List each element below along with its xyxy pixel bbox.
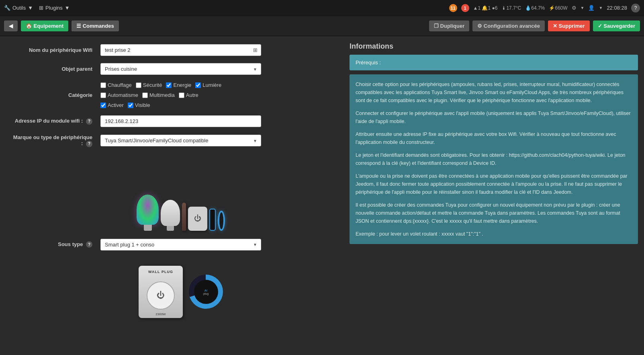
energy-value: plug (203, 292, 209, 295)
status-text: ▲1 🔔1 ●6 🌡17.7°C 💧64.7% ⚡660W (473, 5, 568, 11)
white-bulb-base-icon (167, 226, 174, 231)
checkbox-visible-input[interactable] (128, 103, 133, 108)
humidifier-icon (182, 203, 186, 231)
energie-label: Energie (173, 82, 191, 88)
help-button[interactable]: ? (631, 4, 640, 12)
adresse-ip-label: Adresse IP du module wifi : ? (12, 118, 100, 125)
user-icon[interactable]: 👤 (588, 5, 595, 11)
wall-plug-socket-icon (147, 281, 175, 310)
notification-badge-orange[interactable]: 11 (449, 4, 457, 12)
checkbox-energie-input[interactable] (166, 82, 172, 88)
nom-icon: ⊞ (250, 47, 261, 53)
info-paragraph-6: Il est possible de créer des commandes T… (356, 201, 632, 225)
checkbox-visible[interactable]: Visible (128, 102, 150, 108)
info-paragraph-4: Le jeton et l'identifiant demandés sont … (356, 151, 632, 167)
checkbox-multimedia-input[interactable] (142, 92, 148, 98)
notification-badge-red[interactable]: 1 (461, 4, 469, 12)
adresse-ip-label-text: Adresse IP du module wifi : (15, 118, 83, 124)
gear-icon[interactable]: ⚙ (572, 5, 577, 11)
time-display: 22:08:28 (607, 5, 627, 11)
wrench-icon: 🔧 (4, 5, 10, 11)
tools-menu[interactable]: 🔧 Outils ▼ (4, 5, 33, 11)
checkbox-autre-input[interactable] (179, 92, 184, 98)
categorie-row: Catégorie Chauffage Sécurité Energie (12, 82, 331, 108)
sauvegarder-button[interactable]: ✓ Sauvegarder (593, 21, 640, 31)
marque-select[interactable]: Tuya Smart/Jinvoo/eFamilyCloud compatibl… (100, 135, 261, 146)
marque-label-text: Marque ou type de périphérique : (13, 134, 92, 146)
objet-parent-label: Objet parent (12, 66, 100, 72)
toolbar-actions: ❐ Dupliquer ⚙ Configuration avancée ✕ Su… (429, 21, 640, 31)
nom-label: Nom du périphérique Wifi (12, 47, 100, 53)
marque-row: Marque ou type de périphérique : ? Tuya … (12, 134, 331, 147)
checkbox-automatisme-input[interactable] (100, 92, 106, 98)
objet-parent-row: Objet parent Prises cuisine (12, 63, 331, 75)
categorie-label: Catégorie (12, 92, 100, 98)
status-icons: ▲1 🔔1 ●6 🌡17.7°C 💧64.7% ⚡660W (473, 5, 568, 11)
marque-label: Marque ou type de périphérique : ? (12, 134, 100, 147)
plugins-icon: ⊞ (39, 5, 43, 11)
checkbox-securite-input[interactable] (136, 82, 141, 88)
energy-ring-inner: AI plug (194, 280, 218, 304)
lumiere-label: Lumière (202, 82, 221, 88)
gear-dropdown-icon: ▼ (581, 6, 585, 10)
prerequis-box: Prérequis : (350, 55, 638, 70)
plugins-menu[interactable]: ⊞ Plugins ▼ (39, 5, 70, 11)
checkbox-activer-input[interactable] (100, 103, 106, 108)
marque-help-icon[interactable]: ? (86, 141, 92, 147)
chauffage-label: Chauffage (108, 82, 132, 88)
plugins-chevron-icon: ▼ (65, 5, 70, 11)
checkbox-autre[interactable]: Autre (179, 92, 198, 98)
checkbox-chauffage-input[interactable] (100, 82, 106, 88)
tools-label[interactable]: Outils (12, 5, 26, 11)
info-body: Choisir cette option pour les périphériq… (350, 74, 638, 244)
adresse-ip-help-icon[interactable]: ? (86, 118, 92, 125)
checkbox-lumiere-input[interactable] (195, 82, 201, 88)
checkbox-activer[interactable]: Activer (100, 102, 124, 108)
activation-group: Activer Visible (100, 102, 261, 108)
topnav-right: 11 1 ▲1 🔔1 ●6 🌡17.7°C 💧64.7% ⚡660W ⚙ ▼ 👤… (449, 4, 640, 12)
user-dropdown-icon: ▼ (599, 6, 603, 10)
tab-equipment[interactable]: 🏠 Equipement (21, 21, 68, 31)
objet-parent-select[interactable]: Prises cuisine (100, 63, 261, 75)
wall-plug-graphic: 2300W AI plug (139, 266, 223, 318)
automatisme-label: Automatisme (108, 92, 138, 98)
plug-icon: ⏻ (188, 207, 207, 231)
left-panel: Nom du périphérique Wifi ⊞ Objet parent … (0, 36, 343, 355)
adresse-ip-input[interactable] (100, 115, 261, 127)
back-button[interactable]: ◀ (4, 21, 18, 31)
checkbox-lumiere[interactable]: Lumière (195, 82, 221, 88)
sous-type-label-text: Sous type (58, 241, 83, 247)
toolbar: ◀ 🏠 Equipement ☰ Commandes ❐ Dupliquer ⚙… (0, 16, 644, 36)
categorie-checkboxes: Chauffage Sécurité Energie Lumière (100, 82, 261, 98)
wall-plug-label: 2300W (155, 312, 166, 316)
sous-type-row: Sous type ? Smart plug 1 + conso (12, 239, 331, 250)
plugins-label[interactable]: Plugins (45, 5, 63, 11)
info-paragraph-7: Exemple : pour lever un volet roulant : … (356, 230, 632, 238)
checkbox-chauffage[interactable]: Chauffage (100, 82, 132, 88)
bulb-base-icon (144, 225, 152, 231)
nom-input[interactable] (101, 45, 250, 55)
sous-type-select[interactable]: Smart plug 1 + conso (100, 239, 261, 250)
config-avancee-button[interactable]: ⚙ Configuration avancée (472, 21, 545, 31)
colored-bulb-icon (137, 195, 159, 225)
checkbox-securite[interactable]: Sécurité (136, 82, 162, 88)
tab-commands[interactable]: ☰ Commandes (72, 21, 119, 31)
topnav-left: 🔧 Outils ▼ ⊞ Plugins ▼ (4, 5, 70, 11)
activer-label: Activer (108, 102, 124, 108)
nom-input-wrapper: ⊞ (100, 44, 261, 56)
checkbox-energie[interactable]: Energie (166, 82, 191, 88)
categorie-group: Chauffage Sécurité Energie Lumière (100, 82, 261, 108)
info-paragraph-1: Choisir cette option pour les périphériq… (356, 80, 632, 105)
duplicate-button[interactable]: ❐ Dupliquer (429, 21, 469, 31)
adresse-ip-row: Adresse IP du module wifi : ? (12, 115, 331, 127)
checkbox-multimedia[interactable]: Multimedia (142, 92, 175, 98)
energy-meter-group: AI plug (189, 275, 223, 309)
checkbox-automatisme[interactable]: Automatisme (100, 92, 138, 98)
switch-icon (209, 209, 216, 231)
wall-plug-box-icon: 2300W (139, 266, 183, 318)
marque-select-wrapper: Tuya Smart/Jinvoo/eFamilyCloud compatibl… (100, 135, 261, 146)
sous-type-help-icon[interactable]: ? (86, 241, 92, 248)
supprimer-button[interactable]: ✕ Supprimer (548, 21, 590, 31)
prerequis-label: Prérequis : (356, 60, 381, 66)
main-content: Nom du périphérique Wifi ⊞ Objet parent … (0, 36, 644, 355)
